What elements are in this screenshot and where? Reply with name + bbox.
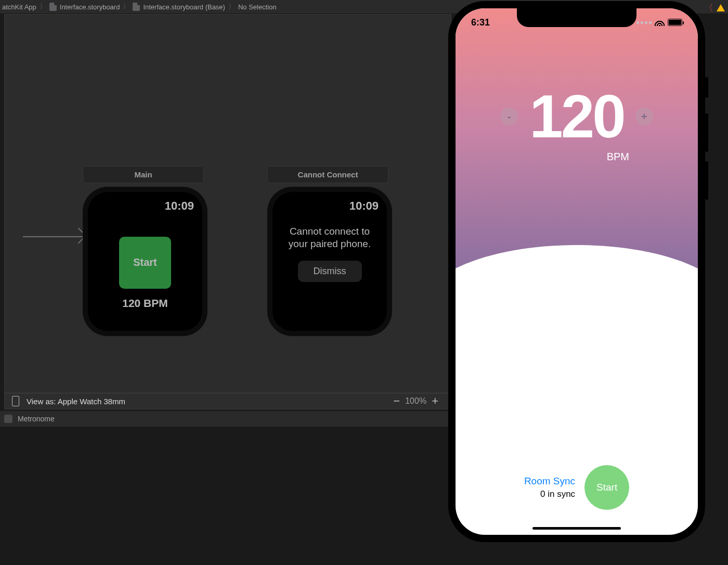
view-as-label[interactable]: View as: Apple Watch 38mm — [27, 397, 125, 406]
sync-status: 0 in sync — [524, 489, 575, 499]
start-button[interactable]: Start — [584, 465, 629, 510]
error-message: Cannot connect to your paired phone. — [281, 225, 379, 250]
side-button — [705, 161, 708, 200]
file-icon — [133, 3, 140, 11]
bpm-value: 120 — [529, 86, 624, 147]
file-icon — [49, 3, 57, 11]
warning-icon[interactable] — [717, 4, 725, 11]
breadcrumb-item[interactable]: atchKit App — [2, 3, 36, 11]
breadcrumb-item[interactable]: No Selection — [238, 3, 277, 11]
wifi-icon — [655, 19, 665, 26]
chevron-right-icon: 〉 — [228, 2, 235, 11]
bottom-controls: Room Sync 0 in sync Start — [456, 465, 698, 510]
dismiss-button[interactable]: Dismiss — [298, 261, 362, 282]
breadcrumb-label: Interface.storyboard (Base) — [143, 3, 225, 11]
scene-title[interactable]: Main — [83, 166, 204, 183]
wave-divider — [456, 232, 698, 294]
home-indicator[interactable] — [532, 527, 621, 530]
watch-time: 10:09 — [281, 199, 379, 213]
bpm-increase-button[interactable]: + — [635, 108, 653, 125]
side-button — [705, 77, 708, 98]
chevron-left-icon[interactable]: 〈 — [704, 2, 713, 14]
canvas-toolbar: View as: Apple Watch 38mm − 100% + — [5, 393, 451, 409]
start-button[interactable]: Start — [119, 237, 171, 289]
entry-arrow-icon — [23, 236, 83, 237]
storyboard-canvas[interactable]: Main 10:09 Start 120 BPM Cannot Connect … — [4, 14, 451, 409]
watch-preview[interactable]: 10:09 Cannot connect to your paired phon… — [267, 187, 392, 336]
phone-screen[interactable]: 6:31 - 120 + BPM Room Sync 0 in sync Sta… — [456, 8, 698, 535]
breadcrumb-item[interactable]: Interface.storyboard (Base) — [133, 3, 225, 11]
battery-icon — [668, 19, 682, 26]
breadcrumb-item[interactable]: Interface.storyboard — [49, 3, 120, 11]
room-sync-link[interactable]: Room Sync — [524, 476, 575, 487]
status-bar: 6:31 — [456, 14, 698, 31]
bpm-unit-label: BPM — [607, 151, 629, 163]
watch-time: 10:09 — [96, 199, 194, 213]
breadcrumb-label: No Selection — [238, 3, 277, 11]
nav-controls: 〈 — [704, 2, 725, 14]
iphone-simulator: 6:31 - 120 + BPM Room Sync 0 in sync Sta… — [448, 1, 705, 542]
status-time: 6:31 — [471, 17, 490, 28]
bpm-control: - 120 + — [456, 86, 698, 147]
device-icon[interactable] — [12, 396, 19, 406]
zoom-value[interactable]: 100% — [405, 396, 426, 406]
chevron-right-icon: 〉 — [123, 2, 129, 11]
console-label: Metronome — [18, 415, 55, 423]
console-bar: Metronome — [0, 410, 453, 427]
target-icon[interactable] — [4, 415, 12, 423]
side-button — [705, 113, 708, 152]
breadcrumb-label: Interface.storyboard — [60, 3, 120, 11]
chevron-right-icon: 〉 — [40, 2, 46, 11]
zoom-out-button[interactable]: − — [388, 394, 405, 408]
watch-preview[interactable]: 10:09 Start 120 BPM — [83, 187, 207, 336]
cell-signal-icon — [636, 21, 652, 24]
scene-title[interactable]: Cannot Connect — [267, 166, 388, 183]
bpm-label: 120 BPM — [122, 297, 168, 310]
breadcrumb-label: atchKit App — [2, 3, 36, 11]
zoom-in-button[interactable]: + — [426, 394, 444, 408]
bpm-decrease-button[interactable]: - — [500, 108, 518, 125]
